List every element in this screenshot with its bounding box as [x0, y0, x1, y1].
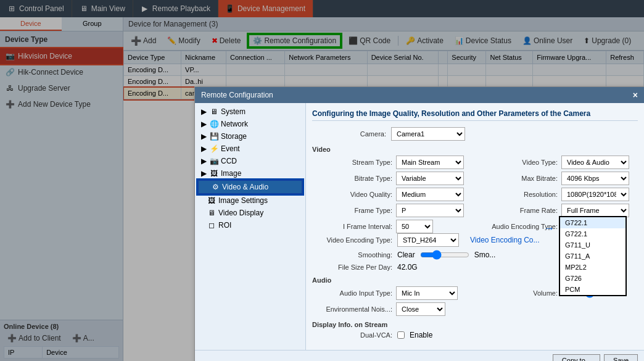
expand-icon: ▶ — [200, 157, 207, 165]
expand-icon — [201, 183, 208, 191]
volume-label: Volume: — [477, 289, 558, 297]
dropdown-item-g711u[interactable]: G711_U — [560, 239, 625, 251]
video-quality-row: Video Quality: Medium — [312, 188, 473, 201]
frame-rate-select[interactable]: Full Frame — [561, 204, 629, 217]
tree-item-system[interactable]: ▶ 🖥 System — [197, 106, 303, 118]
max-bitrate-row: Max Bitrate: 4096 Kbps — [477, 172, 638, 185]
modal-section-title: Configuring the Image Quality, Resolutio… — [312, 109, 638, 121]
video-encoding-label: Video Encoding Type: — [312, 236, 392, 244]
modal-footer: Copy to... Save — [195, 350, 644, 361]
dual-vca-label: Dual-VCA: — [312, 331, 392, 339]
tree-item-event[interactable]: ▶ ⚡ Event — [197, 143, 303, 155]
image-icon: 🖼 — [210, 169, 218, 178]
expand-icon: ▶ — [200, 170, 207, 177]
env-noise-select[interactable]: Close — [396, 302, 445, 316]
audio-input-select[interactable]: Mic In — [396, 286, 458, 300]
bitrate-type-row: Bitrate Type: Variable — [312, 172, 473, 185]
file-size-value: 42.0G — [397, 263, 418, 272]
tree-item-roi[interactable]: ◻ ROI — [197, 219, 303, 231]
stream-type-select[interactable]: Main Stream — [396, 156, 464, 169]
i-frame-select[interactable]: 50 — [396, 220, 433, 233]
smoothing-slider[interactable] — [420, 251, 469, 259]
dropdown-item-mp2l2[interactable]: MP2L2 — [560, 262, 625, 273]
expand-icon: ▶ — [200, 120, 207, 128]
dropdown-item-g726[interactable]: G726 — [560, 273, 625, 284]
arrow-indicator: → — [543, 222, 555, 235]
modal-tree: ▶ 🖥 System ▶ 🌐 Network ▶ 💾 Storage ▶ ⚡ E… — [195, 103, 306, 350]
expand-icon: ▶ — [200, 145, 207, 152]
expand-icon: ▶ — [200, 133, 207, 140]
file-size-label: File Size Per Day: — [312, 263, 392, 271]
smoothing-clear-label: Clear — [397, 251, 415, 259]
dropdown-item-g722-1-selected[interactable]: G722.1 — [560, 217, 625, 228]
camera-select[interactable]: Camera1 — [391, 127, 465, 141]
tree-item-video-audio[interactable]: ⚙ Video & Audio — [197, 180, 303, 194]
audio-encoding-dropdown: G722.1 G722.1 G711_U G711_A MP2L2 G726 P… — [559, 216, 627, 296]
modal-close-btn[interactable]: × — [633, 90, 638, 100]
max-bitrate-select[interactable]: 4096 Kbps — [561, 172, 629, 185]
env-noise-label: Environmental Nois...: — [312, 305, 392, 313]
dual-vca-checkbox[interactable] — [397, 331, 405, 339]
video-encoding-select[interactable]: STD_H264 — [397, 233, 459, 247]
video-quality-label: Video Quality: — [312, 191, 392, 198]
tree-item-image-settings[interactable]: 🖼 Image Settings — [197, 194, 303, 207]
camera-row: Camera: Camera1 — [312, 127, 638, 141]
system-icon: 🖥 — [210, 107, 218, 116]
video-icon: ⚙ — [211, 183, 220, 191]
video-encoding-co-label: Video Encoding Co... — [470, 236, 540, 244]
audio-input-row: Audio Input Type: Mic In — [312, 286, 473, 300]
tree-item-image[interactable]: ▶ 🖼 Image — [197, 167, 303, 180]
copy-to-btn[interactable]: Copy to... — [553, 354, 600, 361]
display-icon: 🖥 — [207, 209, 216, 217]
save-btn[interactable]: Save — [604, 354, 638, 361]
modal-title-bar: Remote Configuration × — [195, 87, 644, 103]
smoothing-smo-label: Smo... — [474, 251, 496, 259]
ccd-icon: 📷 — [210, 157, 218, 165]
imgsettings-icon: 🖼 — [207, 196, 216, 205]
i-frame-label: I Frame Interval: — [312, 223, 392, 230]
storage-icon: 💾 — [210, 132, 218, 141]
resolution-row: Resolution: 1080P(1920*1080) — [477, 188, 638, 201]
frame-rate-label: Frame Rate: — [477, 207, 558, 214]
network-icon: 🌐 — [210, 120, 218, 128]
i-frame-row: I Frame Interval: 50 — [312, 220, 473, 233]
modal-title: Remote Configuration — [201, 91, 273, 99]
tree-item-storage[interactable]: ▶ 💾 Storage — [197, 130, 303, 143]
tree-item-ccd[interactable]: ▶ 📷 CCD — [197, 155, 303, 167]
event-icon: ⚡ — [210, 144, 218, 153]
display-section-header: Display Info. on Stream — [312, 321, 638, 328]
dropdown-item-g722-1[interactable]: G722.1 — [560, 228, 625, 239]
video-type-select[interactable]: Video & Audio — [561, 156, 629, 169]
bitrate-type-label: Bitrate Type: — [312, 175, 392, 182]
video-type-row: Video Type: Video & Audio — [477, 156, 638, 169]
audio-input-label: Audio Input Type: — [312, 289, 392, 297]
frame-type-label: Frame Type: — [312, 207, 392, 214]
dual-vca-row: Dual-VCA: Enable — [312, 331, 638, 339]
dual-vca-enable-label: Enable — [410, 331, 432, 339]
frame-rate-row: Frame Rate: Full Frame — [477, 204, 638, 217]
smoothing-label: Smoothing: — [312, 251, 392, 259]
resolution-select[interactable]: 1080P(1920*1080) — [561, 188, 629, 201]
frame-type-row: Frame Type: P — [312, 204, 473, 217]
dropdown-item-pcm[interactable]: PCM — [560, 284, 625, 295]
stream-type-label: Stream Type: — [312, 159, 392, 166]
bitrate-type-select[interactable]: Variable — [396, 172, 464, 185]
resolution-label: Resolution: — [477, 191, 558, 198]
dropdown-item-g711a[interactable]: G711_A — [560, 251, 625, 262]
expand-icon: ▶ — [200, 108, 207, 115]
tree-item-network[interactable]: ▶ 🌐 Network — [197, 118, 303, 130]
tree-item-video-display[interactable]: 🖥 Video Display — [197, 207, 303, 219]
roi-icon: ◻ — [207, 221, 216, 230]
video-type-label: Video Type: — [477, 159, 558, 166]
video-section-header: Video — [312, 146, 638, 153]
camera-label: Camera: — [312, 130, 386, 138]
env-noise-row: Environmental Nois...: Close — [312, 302, 473, 316]
max-bitrate-label: Max Bitrate: — [477, 175, 558, 182]
stream-type-row: Stream Type: Main Stream — [312, 156, 473, 169]
frame-type-select[interactable]: P — [396, 204, 464, 217]
video-quality-select[interactable]: Medium — [396, 188, 464, 201]
